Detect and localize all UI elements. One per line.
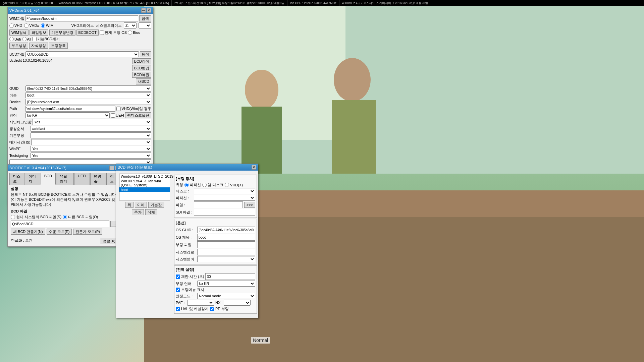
tab-util[interactable]: 유틸리티 (56, 173, 74, 185)
browse-btn[interactable]: >>> (244, 202, 255, 208)
vhd-rb[interactable] (225, 183, 229, 187)
vhdman-titlebar[interactable]: VHDman2.01_x64 — ✕ (8, 7, 153, 14)
bcd-editor-window: BCD 편집 (쉬운모드) ✕ Windows10_v1809_LTSC_201… (116, 164, 258, 318)
safe-mode-select[interactable]: Normal mode (197, 293, 255, 299)
boot-menu-cb-label[interactable]: 부팅메뉴 표시 (176, 287, 204, 292)
bcd-path-input[interactable] (11, 221, 109, 227)
vhd-rb-label[interactable]: VHD(X) (225, 183, 243, 187)
pe-boot-cb-label[interactable]: PE 부팅 (210, 306, 229, 311)
expert-mode-btn[interactable]: 전문가 모드(P) (73, 229, 102, 235)
file-input[interactable] (194, 201, 243, 208)
boot-device-label: [부팅 장치] (176, 176, 255, 181)
taskbar-clock: gaz 2019.05.13 화요일 오전 05:01:08 (0, 0, 56, 6)
tab-uefi[interactable]: UEFI (74, 173, 90, 185)
bootice-close-btn[interactable]: 종료(X) (101, 238, 118, 244)
time-limit-input[interactable] (205, 273, 255, 280)
hal-pe-row: HAL 및 커널감지 PE 부팅 (176, 306, 255, 311)
vhdman-title: VHDman2.01_x64 (9, 8, 141, 12)
nx-select[interactable] (224, 300, 251, 306)
pae-nx-row: PAE : NX : (176, 300, 255, 306)
boot-file-input[interactable] (197, 241, 255, 248)
up-btn[interactable]: 위 (125, 202, 133, 208)
wim-file-input[interactable] (25, 15, 138, 21)
bcd-entry-2[interactable]: boot (119, 187, 170, 192)
wim-lbl: WIM파일 (9, 16, 24, 21)
easy-mode-btn[interactable]: 쉬운 모드(E) (47, 229, 72, 235)
normal-text: Normal (251, 337, 270, 344)
nx-label: NX : (215, 301, 222, 305)
type-row: 유형 파티션 램 디스크 VHD(X) (176, 182, 255, 187)
bcd-editor-controls: ✕ (252, 165, 256, 170)
add-entry-btn[interactable]: 추가 (132, 209, 144, 215)
os-guid-input[interactable] (197, 227, 255, 233)
taskbar-os: Windows 10 RS5 Enterprise LTSC 2019 K 64… (56, 0, 172, 6)
default-btn[interactable]: 기본값 (148, 202, 164, 208)
bcd-file-section-label: BCD 파일 (11, 209, 118, 214)
other-rb-label[interactable]: 다른 BCD 파일(O) (63, 215, 98, 220)
sys-path-input[interactable] (197, 249, 255, 255)
partition-rb[interactable] (184, 183, 189, 187)
wim-file-row: WIM파일 탐색 (9, 15, 151, 21)
hal-cb[interactable] (176, 307, 180, 311)
bootice-lang: 한글화 : 로캔 (11, 238, 33, 244)
pe-boot-cb[interactable] (210, 307, 214, 311)
tab-cmd[interactable]: 명령 줄 (90, 173, 106, 185)
boot-file-row: 부팅 파일 : (176, 241, 255, 248)
current-rb[interactable] (11, 215, 15, 219)
options-section: [옵션] OS GUID : OS 제목 : 부팅 파일 : (174, 219, 257, 264)
vhdman-close[interactable]: ✕ (147, 8, 151, 13)
tab-image[interactable]: 이미지 (25, 173, 40, 185)
disk-label: 디스크 : (176, 189, 193, 194)
safe-mode-row: 안전모드 : Normal mode (176, 293, 255, 299)
search-btn[interactable]: 탐색 (139, 15, 151, 21)
new-bcd-btn[interactable]: 새 BCD 만들기(N) (11, 229, 45, 235)
sdi-label: SDI 파일 : (176, 210, 193, 215)
time-limit-cb[interactable] (176, 275, 180, 279)
bcd-entry-list: Windows10_v1809_LTSC_2019.VHD Win10PEx64… (118, 172, 171, 316)
boot-menu-cb[interactable] (176, 288, 180, 292)
file-label: 파일 : (176, 202, 193, 207)
mode-buttons: 새 BCD 만들기(N) 쉬운 모드(E) 전문가 모드(P) (11, 229, 118, 235)
ram-disk-rb[interactable] (202, 183, 207, 187)
global-section: [전역 설정] 제한 시간 (초) 부팅 언어 : ko-KR (174, 265, 257, 314)
bootice-status: 한글화 : 로캔 종료(X) (9, 237, 119, 245)
file-row: 파일 : >>> (176, 201, 255, 208)
bootice-title: BOOTICE v1.3.4 x64 (2016-06-17) (9, 166, 109, 170)
boot-lang-select[interactable]: ko-KR (197, 281, 255, 287)
sys-lang-select[interactable] (197, 256, 255, 262)
tab-disk[interactable]: 디스크 (9, 173, 24, 185)
pae-select[interactable] (187, 300, 214, 306)
bcd-editor-titlebar[interactable]: BCD 편집 (쉬운모드) ✕ (116, 164, 258, 171)
bootice-minimize[interactable]: — (109, 166, 114, 170)
ram-disk-rb-label[interactable]: 램 디스크 (202, 182, 223, 187)
bcd-radio-row: 현재 시스템의 BCD 파일(S) 다른 BCD 파일(O) (11, 215, 118, 220)
bootice-titlebar[interactable]: BOOTICE v1.3.4 x64 (2016-06-17) — ✕ (8, 165, 121, 171)
disk-select[interactable] (194, 188, 255, 194)
partition-rb-label[interactable]: 파티션 (184, 182, 201, 187)
bcd-entry-1[interactable]: Win10PEx64_3_Ian.wim (Q:\PE_System) (119, 179, 170, 187)
bcd-entry-0[interactable]: Windows10_v1809_LTSC_2019.VHD (119, 174, 170, 179)
current-rb-label[interactable]: 현재 시스템의 BCD 파일(S) (11, 215, 61, 220)
tab-bcd[interactable]: BCD (41, 173, 56, 185)
hal-cb-label[interactable]: HAL 및 커널감지 (176, 306, 209, 311)
other-rb[interactable] (63, 215, 67, 219)
time-limit-cb-label[interactable]: 제한 시간 (초) (176, 274, 204, 279)
bcd-editor-close[interactable]: ✕ (252, 165, 256, 170)
os-title-input[interactable] (197, 234, 255, 241)
boot-file-label: 부팅 파일 : (176, 242, 196, 247)
sdi-input[interactable] (194, 209, 255, 216)
partition-row: 파티션 : (176, 195, 255, 201)
partition-select[interactable] (194, 195, 255, 201)
time-limit-row: 제한 시간 (초) (176, 273, 255, 280)
desc-label: 설명 (11, 186, 118, 191)
type-label: 유형 (176, 182, 183, 187)
desc-text: 윈도우 NT 6.x의 BCD를 BOOTICE로 보거나 수정할 수 있습니다… (11, 192, 118, 207)
vhdman-minimize[interactable]: — (141, 8, 146, 13)
bcd-listbox: Windows10_v1809_LTSC_2019.VHD Win10PEx64… (119, 174, 170, 200)
taskbar-ihn: ihn CPU : Intel i7-6700K 4417MHz (287, 0, 339, 6)
radio-row: VHD VHDx WIM VHD드라이브 시스템드라이브 Z: (9, 22, 151, 28)
bootice-description: 설명 윈도우 NT 6.x의 BCD를 BOOTICE로 보거나 수정할 수 있… (11, 186, 118, 207)
down-btn[interactable]: 아래 (135, 202, 147, 208)
delete-btn[interactable]: 삭제 (145, 209, 157, 215)
taskbar-rfv: rfv 레드스톤5 버전1809 [RTM년월] 부팅:9월02:13:32 설… (172, 0, 287, 6)
